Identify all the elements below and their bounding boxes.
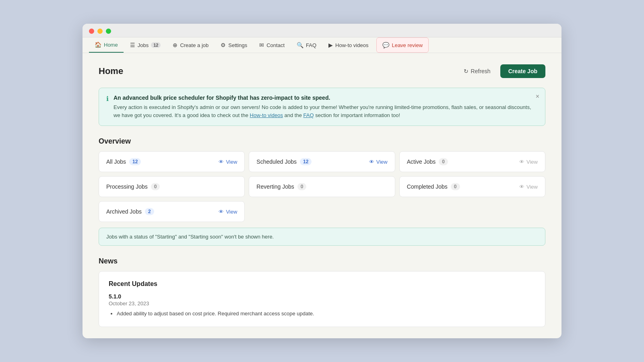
eye-icon-archived: 👁 [219, 209, 224, 215]
nav-how-to-label: How-to videos [335, 42, 368, 48]
reverting-jobs-label: Reverting Jobs [256, 183, 294, 190]
nav-jobs-label: Jobs [138, 42, 149, 48]
info-banner-title: An advanced bulk price scheduler for Sho… [114, 95, 538, 101]
eye-icon-all: 👁 [219, 159, 224, 165]
card-processing-left: Processing Jobs 0 [106, 183, 160, 190]
active-jobs-view-label: View [526, 159, 538, 165]
close-button[interactable] [89, 29, 94, 34]
navigation: 🏠 Home ☰ Jobs 12 ⊕ Create a job ⚙ Settin… [83, 37, 561, 53]
eye-icon-active: 👁 [519, 159, 524, 165]
all-jobs-label: All Jobs [106, 158, 126, 165]
all-jobs-badge: 12 [129, 158, 141, 165]
refresh-label: Refresh [471, 68, 491, 74]
processing-jobs-badge: 0 [151, 183, 160, 190]
faq-icon: 🔍 [297, 42, 303, 48]
active-jobs-label: Active Jobs [407, 158, 436, 165]
status-note: Jobs with a status of "Starting" and "St… [99, 228, 545, 246]
how-to-videos-link[interactable]: How-to videos [250, 112, 283, 118]
card-reverting-left: Reverting Jobs 0 [256, 183, 306, 190]
info-body-mid: and the [283, 112, 303, 118]
nav-leave-review-label: Leave review [392, 42, 423, 48]
archived-jobs-label: Archived Jobs [106, 208, 142, 215]
nav-how-to[interactable]: ▶ How-to videos [323, 38, 374, 52]
page-header: Home ↻ Refresh Create Job [99, 64, 545, 78]
scheduled-jobs-view[interactable]: 👁 View [369, 159, 388, 165]
card-processing-jobs: Processing Jobs 0 [99, 176, 245, 197]
completed-jobs-label: Completed Jobs [407, 183, 448, 190]
card-scheduled-left: Scheduled Jobs 12 [256, 158, 312, 165]
maximize-button[interactable] [106, 29, 111, 34]
info-body-suffix: section for important information too! [314, 112, 400, 118]
home-icon: 🏠 [95, 41, 101, 48]
nav-home[interactable]: 🏠 Home [89, 37, 124, 53]
news-date: October 23, 2023 [109, 300, 535, 306]
completed-jobs-view[interactable]: 👁 View [519, 184, 538, 190]
news-section: News Recent Updates 5.1.0 October 23, 20… [99, 257, 545, 327]
create-job-icon: ⊕ [173, 42, 178, 48]
info-banner: ℹ An advanced bulk price scheduler for S… [99, 88, 545, 126]
news-card: Recent Updates 5.1.0 October 23, 2023 Ad… [99, 271, 545, 327]
scheduled-jobs-badge: 12 [300, 158, 312, 165]
nav-jobs[interactable]: ☰ Jobs 12 [124, 38, 167, 52]
card-active-jobs: Active Jobs 0 👁 View [399, 151, 545, 172]
app-window: 🏠 Home ☰ Jobs 12 ⊕ Create a job ⚙ Settin… [83, 24, 561, 338]
archived-jobs-view[interactable]: 👁 View [219, 209, 237, 215]
news-card-title: Recent Updates [109, 280, 535, 288]
nav-create-job-label: Create a job [180, 42, 208, 48]
all-jobs-view[interactable]: 👁 View [219, 159, 237, 165]
news-item: Added ability to adjust based on cost pr… [117, 310, 535, 318]
card-reverting-jobs: Reverting Jobs 0 [249, 176, 395, 197]
card-archived-left: Archived Jobs 2 [106, 208, 154, 215]
contact-icon: ✉ [259, 42, 264, 48]
archived-jobs-view-label: View [226, 209, 237, 215]
news-list: Added ability to adjust based on cost pr… [109, 310, 535, 318]
card-completed-left: Completed Jobs 0 [407, 183, 460, 190]
nav-home-label: Home [104, 42, 118, 48]
nav-faq-label: FAQ [306, 42, 316, 48]
banner-close-button[interactable]: × [536, 93, 539, 100]
create-job-button[interactable]: Create Job [500, 64, 545, 78]
settings-icon: ⚙ [221, 42, 226, 48]
refresh-button[interactable]: ↻ Refresh [459, 65, 495, 78]
nav-create-job[interactable]: ⊕ Create a job [167, 38, 214, 52]
news-title: News [99, 257, 545, 265]
nav-faq[interactable]: 🔍 FAQ [291, 38, 322, 52]
info-banner-body: Every action is executed in Shopify's ad… [114, 103, 538, 119]
scheduled-jobs-label: Scheduled Jobs [256, 158, 297, 165]
nav-settings-label: Settings [228, 42, 247, 48]
scheduled-jobs-view-label: View [376, 159, 388, 165]
faq-link[interactable]: FAQ [303, 112, 314, 118]
overview-title: Overview [99, 137, 545, 146]
active-jobs-view[interactable]: 👁 View [519, 159, 538, 165]
jobs-icon: ☰ [130, 42, 135, 48]
nav-contact-label: Contact [266, 42, 285, 48]
video-icon: ▶ [328, 42, 333, 48]
header-actions: ↻ Refresh Create Job [459, 64, 545, 78]
card-all-jobs: All Jobs 12 👁 View [99, 151, 245, 172]
card-completed-jobs: Completed Jobs 0 👁 View [399, 176, 545, 197]
refresh-icon: ↻ [464, 68, 469, 74]
overview-grid-row1: All Jobs 12 👁 View Scheduled Jobs 12 👁 [99, 151, 545, 172]
overview-section: Overview All Jobs 12 👁 View Scheduled Jo… [99, 137, 545, 246]
card-scheduled-jobs: Scheduled Jobs 12 👁 View [249, 151, 395, 172]
reverting-jobs-badge: 0 [297, 183, 307, 190]
nav-settings[interactable]: ⚙ Settings [215, 38, 253, 52]
minimize-button[interactable] [97, 29, 103, 34]
archived-jobs-badge: 2 [145, 208, 154, 215]
completed-jobs-badge: 0 [451, 183, 460, 190]
completed-jobs-view-label: View [526, 184, 538, 190]
card-archived-jobs: Archived Jobs 2 👁 View [99, 201, 245, 222]
processing-jobs-label: Processing Jobs [106, 183, 148, 190]
eye-icon-scheduled: 👁 [369, 159, 374, 165]
card-all-jobs-left: All Jobs 12 [106, 158, 141, 165]
nav-leave-review[interactable]: 💬 Leave review [376, 37, 429, 53]
card-active-left: Active Jobs 0 [407, 158, 448, 165]
overview-grid-row2: Processing Jobs 0 Reverting Jobs 0 Compl… [99, 176, 545, 197]
page-title: Home [99, 66, 123, 76]
info-icon: ℹ [106, 95, 109, 119]
info-banner-text: An advanced bulk price scheduler for Sho… [114, 95, 538, 119]
review-icon: 💬 [382, 42, 389, 48]
nav-contact[interactable]: ✉ Contact [254, 38, 290, 52]
eye-icon-completed: 👁 [519, 184, 524, 190]
active-jobs-badge: 0 [439, 158, 448, 165]
